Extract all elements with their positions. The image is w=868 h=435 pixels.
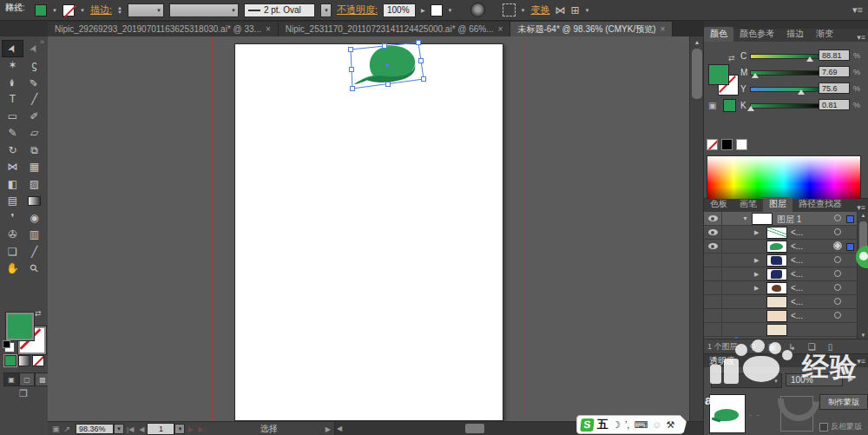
layers-tab-3[interactable]: 路径查找器 (792, 197, 848, 212)
layers-scrollbar[interactable]: ▲ ▼ (857, 212, 868, 339)
artboard-number-field[interactable]: 1 (147, 423, 174, 435)
tab-close-icon[interactable]: × (498, 24, 503, 34)
canvas-viewport[interactable]: ▲ (48, 36, 703, 421)
symbol-sprayer-tool[interactable]: ✇ (2, 227, 23, 244)
rectangle-tool[interactable]: ▭ (2, 108, 23, 125)
slider-value-K[interactable]: 0.81 (819, 99, 850, 110)
style-chevron-down-icon[interactable]: ▼ (448, 8, 453, 13)
target-icon[interactable] (834, 228, 841, 235)
scroll-up-icon[interactable]: ▲ (690, 36, 703, 48)
blend-tool[interactable]: ◉ (23, 209, 45, 227)
selection-center-point[interactable] (385, 63, 389, 67)
external-link-icon[interactable]: ↗ (64, 425, 71, 433)
eye-icon[interactable] (708, 215, 718, 221)
select-similar-icon[interactable] (503, 3, 516, 16)
document-tab-2[interactable]: 未标题-64* @ 98.36% (CMYK/预览)× (510, 22, 673, 36)
visibility-cell[interactable] (704, 254, 722, 267)
fill-proxy-swatch[interactable] (6, 313, 34, 340)
visibility-cell[interactable] (704, 323, 722, 336)
vertical-scroll-thumb[interactable] (692, 49, 702, 99)
column-graph-tool[interactable]: ▥ (23, 227, 45, 244)
prev-artboard-icon[interactable]: ◀ (139, 425, 144, 433)
target-icon[interactable] (834, 312, 841, 319)
recolor-artwork-icon[interactable] (470, 3, 485, 17)
scale-tool[interactable]: ⧉ (23, 142, 45, 159)
layer-row-2[interactable]: <... (704, 240, 868, 254)
layer-row-5[interactable]: ▶<... (704, 281, 868, 295)
white-swatch[interactable] (736, 139, 747, 150)
shape-builder-tool[interactable]: ◧ (2, 175, 23, 193)
document-tab-0[interactable]: Nipic_29269293_20190701163625318030.ai* … (48, 22, 279, 36)
width-tool[interactable]: ⋈ (2, 159, 23, 176)
collapse-icon[interactable]: ▼ (742, 215, 748, 221)
visibility-cell[interactable] (704, 267, 722, 280)
layer-thumbnail-brown[interactable] (766, 282, 787, 294)
transform-link-label[interactable]: 变换 (531, 3, 550, 16)
visibility-cell[interactable] (704, 240, 722, 253)
control-bar-menu-icon[interactable]: ▾≡ (852, 4, 863, 16)
color-tab-1[interactable]: 颜色参考 (733, 27, 780, 42)
layer-row-3[interactable]: ▶<... (704, 254, 868, 267)
mesh-tool[interactable]: ▤ (2, 193, 23, 210)
ime-logo[interactable]: S (580, 419, 595, 432)
slider-track-M[interactable] (750, 70, 819, 76)
fill-color-swatch[interactable] (35, 4, 47, 16)
layer-label[interactable]: <... (791, 241, 803, 251)
layer-row-8[interactable] (704, 323, 868, 337)
opacity-field[interactable]: 100% (383, 3, 416, 17)
visibility-cell[interactable] (704, 212, 722, 225)
paint-gradient-button[interactable] (18, 355, 30, 366)
stroke-color-swatch[interactable] (62, 4, 75, 16)
status-expand-icon[interactable]: ▶ (326, 425, 331, 433)
rotate-tool[interactable]: ↻ (2, 142, 23, 159)
handle-bottom-mid[interactable] (386, 82, 391, 87)
eye-icon[interactable] (708, 243, 718, 249)
layers-tab-0[interactable]: 色板 (704, 197, 733, 212)
pencil-tool[interactable]: ✎ (2, 125, 23, 142)
stroke-weight-stepper[interactable]: ▲▼ (117, 6, 122, 15)
hand-tool[interactable]: ✋ (2, 260, 23, 278)
stroke-chevron-down-icon[interactable]: ▼ (80, 8, 85, 13)
layer-thumbnail-navy2[interactable] (766, 268, 787, 280)
layers-scroll-thumb[interactable] (859, 221, 867, 261)
pen-tool[interactable]: ✒ (2, 74, 23, 91)
magic-wand-tool[interactable]: ✶ (2, 57, 23, 75)
width-profile-dropdown[interactable]: 2 pt. Oval (244, 3, 315, 17)
ime-keyboard-icon[interactable]: ⌨ (634, 419, 648, 431)
visibility-cell[interactable] (704, 226, 722, 239)
slider-handle-Y[interactable] (798, 89, 805, 95)
slider-value-C[interactable]: 88.81 (819, 49, 850, 61)
selection-proxy-icon[interactable] (846, 243, 854, 251)
color-tab-3[interactable]: 渐变 (810, 27, 839, 42)
handle-right-mid[interactable] (419, 59, 424, 63)
layers-menu-icon[interactable]: ▾≡ (857, 203, 868, 212)
perspective-grid-tool[interactable]: ▨ (23, 175, 45, 193)
document-tab-1[interactable]: Nipic_2531170_20110723141124425000.ai* @… (279, 22, 511, 36)
layer-label[interactable]: <... (791, 297, 803, 306)
visibility-cell[interactable] (704, 309, 722, 322)
new-layer-button[interactable]: ❏ (808, 342, 816, 352)
ime-moon-icon[interactable]: ☽ (612, 419, 621, 431)
blob-brush-tool[interactable]: ✐ (23, 74, 45, 91)
line-segment-tool[interactable]: ╱ (23, 91, 45, 109)
screen-mode-button[interactable]: ❐ (14, 388, 33, 400)
layer-label[interactable]: <... (791, 255, 803, 265)
eye-icon[interactable] (708, 229, 718, 235)
layer-label[interactable]: <... (791, 283, 803, 293)
layer-thumbnail-skin[interactable] (766, 310, 787, 322)
type-tool[interactable]: T (2, 91, 23, 109)
eraser-tool[interactable]: ▱ (23, 125, 45, 142)
ime-mode-char[interactable]: 五 (597, 417, 608, 432)
direct-selection-tool[interactable]: ➤ (23, 40, 45, 57)
visibility-cell[interactable] (704, 295, 722, 308)
style-swatch[interactable] (431, 4, 443, 16)
vertical-scrollbar[interactable]: ▲ (689, 36, 703, 421)
slider-handle-K[interactable] (747, 106, 754, 111)
ime-user-icon[interactable]: ☺ (652, 419, 661, 431)
layers-scroll-down-icon[interactable]: ▼ (858, 333, 868, 338)
invert-mask-box[interactable] (819, 423, 828, 432)
layer-label[interactable]: <... (791, 269, 803, 279)
layer-thumbnail-leaf[interactable] (766, 241, 787, 253)
layer-label[interactable]: <... (791, 311, 803, 320)
last-artboard-icon[interactable]: ▶| (199, 425, 206, 433)
